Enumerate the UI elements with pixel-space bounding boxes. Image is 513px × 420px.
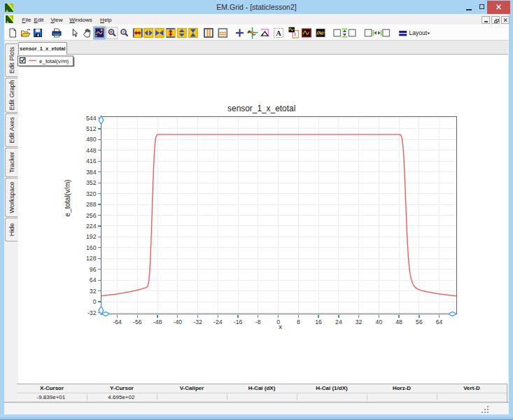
svg-text:24: 24 <box>335 318 342 326</box>
svg-text:320: 320 <box>86 190 97 197</box>
svg-text:A: A <box>276 29 281 36</box>
svg-text:40: 40 <box>376 318 383 326</box>
svg-text:448: 448 <box>86 147 97 154</box>
svg-text:-56: -56 <box>133 318 142 326</box>
svg-text:Layout: Layout <box>409 29 428 36</box>
svg-text:16: 16 <box>315 318 322 326</box>
svg-text:0: 0 <box>93 298 97 305</box>
svg-text:128: 128 <box>86 255 97 262</box>
svg-text:8: 8 <box>297 318 300 326</box>
svg-text:-16: -16 <box>234 318 243 326</box>
svg-text:48: 48 <box>395 318 402 326</box>
svg-text:544: 544 <box>86 115 97 122</box>
svg-text:512: 512 <box>86 125 97 132</box>
svg-text:e_total(v/m): e_total(v/m) <box>64 180 71 217</box>
svg-text:56: 56 <box>416 318 423 326</box>
svg-text:sensor_1_x_etotal: sensor_1_x_etotal <box>227 104 295 113</box>
svg-text:384: 384 <box>86 169 97 176</box>
svg-text:160: 160 <box>86 244 97 251</box>
svg-text:352: 352 <box>86 179 97 186</box>
svg-text:64: 64 <box>90 276 97 284</box>
svg-text:32: 32 <box>356 318 363 326</box>
svg-text:-64: -64 <box>113 318 122 326</box>
svg-text:e_total(v/m): e_total(v/m) <box>39 57 69 64</box>
svg-text:x: x <box>279 323 282 330</box>
svg-text:192: 192 <box>86 233 97 240</box>
svg-text:-32: -32 <box>87 309 97 316</box>
svg-text:416: 416 <box>86 158 97 164</box>
svg-text:96: 96 <box>90 266 97 273</box>
svg-text:224: 224 <box>86 223 97 230</box>
svg-text:-8: -8 <box>255 318 261 326</box>
svg-text:-24: -24 <box>213 318 223 326</box>
svg-text:256: 256 <box>86 212 97 219</box>
svg-text:-40: -40 <box>174 318 183 326</box>
svg-text:-48: -48 <box>153 318 162 326</box>
svg-text:32: 32 <box>90 288 97 295</box>
svg-text:64: 64 <box>436 318 443 326</box>
svg-text:-32: -32 <box>193 318 202 326</box>
svg-text:288: 288 <box>86 201 97 208</box>
svg-text:480: 480 <box>86 136 97 143</box>
